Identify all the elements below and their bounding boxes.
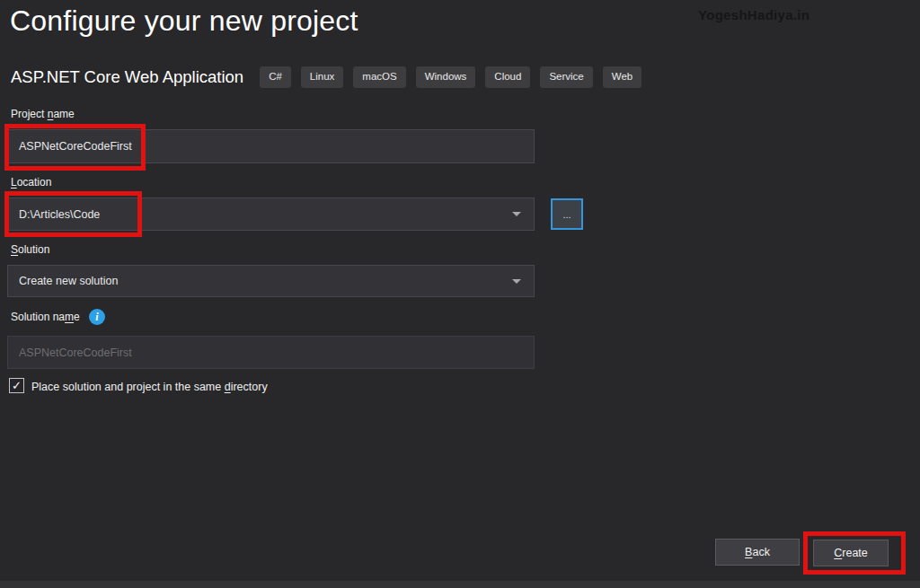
page-title: Configure your new project [10,4,358,38]
project-name-label: Project name [11,108,75,120]
chevron-down-icon [512,212,521,216]
label-mnemonic: S [11,243,18,256]
tag-web: Web [603,66,641,88]
label-text: ack [752,546,769,558]
same-directory-label[interactable]: Place solution and project in the same d… [31,381,268,393]
solution-label: Solution [11,243,49,256]
tag-windows: Windows [416,66,476,88]
label-mnemonic: B [745,546,752,558]
checkmark-icon: ✓ [12,379,22,392]
tag-macos: macOS [353,66,405,88]
location-value: D:\Articles\Code [19,208,100,221]
solution-name-input [7,336,535,369]
location-combobox[interactable]: D:\Articles\Code [7,197,535,231]
bottom-edge-strip [0,581,920,588]
template-tags: C# Linux macOS Windows Cloud Service Web [260,66,641,88]
tag-csharp: C# [260,66,291,88]
label-mnemonic: m [65,311,74,323]
info-icon[interactable]: i [89,309,105,325]
label-text: olution [18,243,49,256]
label-text: reate [842,547,868,559]
tag-service: Service [540,66,592,88]
template-name: ASP.NET Core Web Application [11,67,243,87]
project-name-input[interactable] [7,129,535,163]
label-text: irectory [231,381,268,393]
label-text: e [74,311,80,323]
watermark: YogeshHadiya.in [698,7,809,22]
label-text: ame [53,108,74,120]
same-directory-checkbox[interactable]: ✓ [9,378,24,393]
label-mnemonic: d [225,381,231,393]
template-summary-row: ASP.NET Core Web Application C# Linux ma… [11,66,641,88]
label-mnemonic: L [11,176,17,189]
back-button[interactable]: Back [715,539,800,566]
label-text: Solution na [11,311,65,323]
solution-value: Create new solution [19,275,118,287]
browse-button[interactable]: ... [551,198,583,230]
label-text: Project [11,108,48,120]
location-label: Location [11,176,51,189]
tag-linux: Linux [301,66,344,88]
label-text: Place solution and project in the same [31,381,225,393]
label-text: ocation [17,176,52,189]
solution-combobox[interactable]: Create new solution [7,265,535,297]
tag-cloud: Cloud [485,66,530,88]
create-button[interactable]: Create [813,540,889,566]
configure-project-dialog: Configure your new project YogeshHadiya.… [0,0,920,588]
chevron-down-icon [512,279,521,284]
label-mnemonic: C [834,547,842,559]
solution-name-label: Solution name [11,311,80,323]
